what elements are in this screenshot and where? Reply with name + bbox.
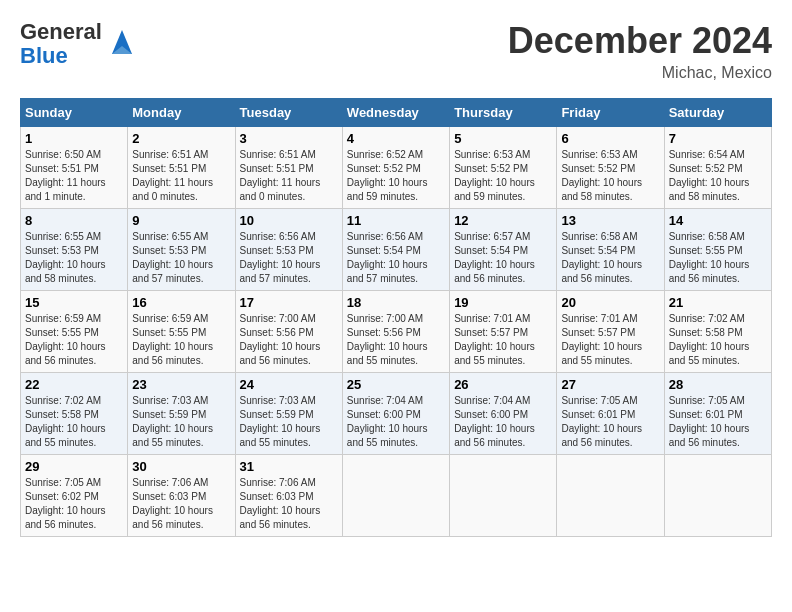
day-number: 2: [132, 131, 230, 146]
day-number: 25: [347, 377, 445, 392]
day-detail: Sunrise: 6:56 AMSunset: 5:53 PMDaylight:…: [240, 231, 321, 284]
calendar-cell: 7Sunrise: 6:54 AMSunset: 5:52 PMDaylight…: [664, 127, 771, 209]
day-detail: Sunrise: 7:04 AMSunset: 6:00 PMDaylight:…: [454, 395, 535, 448]
day-detail: Sunrise: 7:04 AMSunset: 6:00 PMDaylight:…: [347, 395, 428, 448]
calendar-cell: 12Sunrise: 6:57 AMSunset: 5:54 PMDayligh…: [450, 209, 557, 291]
day-number: 18: [347, 295, 445, 310]
day-detail: Sunrise: 7:02 AMSunset: 5:58 PMDaylight:…: [25, 395, 106, 448]
col-tuesday: Tuesday: [235, 99, 342, 127]
day-number: 10: [240, 213, 338, 228]
calendar-cell: 9Sunrise: 6:55 AMSunset: 5:53 PMDaylight…: [128, 209, 235, 291]
day-number: 12: [454, 213, 552, 228]
calendar-cell: 24Sunrise: 7:03 AMSunset: 5:59 PMDayligh…: [235, 373, 342, 455]
calendar-cell: 13Sunrise: 6:58 AMSunset: 5:54 PMDayligh…: [557, 209, 664, 291]
calendar-cell: 14Sunrise: 6:58 AMSunset: 5:55 PMDayligh…: [664, 209, 771, 291]
day-detail: Sunrise: 6:51 AMSunset: 5:51 PMDaylight:…: [132, 149, 213, 202]
calendar-cell: 25Sunrise: 7:04 AMSunset: 6:00 PMDayligh…: [342, 373, 449, 455]
logo-icon: [106, 26, 138, 62]
day-number: 14: [669, 213, 767, 228]
calendar-week-row: 8Sunrise: 6:55 AMSunset: 5:53 PMDaylight…: [21, 209, 772, 291]
day-detail: Sunrise: 6:50 AMSunset: 5:51 PMDaylight:…: [25, 149, 106, 202]
col-thursday: Thursday: [450, 99, 557, 127]
day-number: 31: [240, 459, 338, 474]
calendar-cell: 10Sunrise: 6:56 AMSunset: 5:53 PMDayligh…: [235, 209, 342, 291]
day-number: 7: [669, 131, 767, 146]
calendar-cell: 19Sunrise: 7:01 AMSunset: 5:57 PMDayligh…: [450, 291, 557, 373]
day-number: 9: [132, 213, 230, 228]
day-detail: Sunrise: 6:59 AMSunset: 5:55 PMDaylight:…: [25, 313, 106, 366]
calendar-cell: [450, 455, 557, 537]
calendar-cell: 21Sunrise: 7:02 AMSunset: 5:58 PMDayligh…: [664, 291, 771, 373]
day-detail: Sunrise: 7:01 AMSunset: 5:57 PMDaylight:…: [561, 313, 642, 366]
day-number: 27: [561, 377, 659, 392]
day-detail: Sunrise: 6:52 AMSunset: 5:52 PMDaylight:…: [347, 149, 428, 202]
calendar-cell: 27Sunrise: 7:05 AMSunset: 6:01 PMDayligh…: [557, 373, 664, 455]
logo: General Blue: [20, 20, 138, 68]
day-detail: Sunrise: 6:59 AMSunset: 5:55 PMDaylight:…: [132, 313, 213, 366]
col-sunday: Sunday: [21, 99, 128, 127]
day-number: 1: [25, 131, 123, 146]
calendar-cell: 2Sunrise: 6:51 AMSunset: 5:51 PMDaylight…: [128, 127, 235, 209]
day-number: 6: [561, 131, 659, 146]
month-title: December 2024: [508, 20, 772, 62]
day-detail: Sunrise: 7:03 AMSunset: 5:59 PMDaylight:…: [240, 395, 321, 448]
day-detail: Sunrise: 7:03 AMSunset: 5:59 PMDaylight:…: [132, 395, 213, 448]
col-monday: Monday: [128, 99, 235, 127]
day-detail: Sunrise: 6:53 AMSunset: 5:52 PMDaylight:…: [454, 149, 535, 202]
calendar-cell: 28Sunrise: 7:05 AMSunset: 6:01 PMDayligh…: [664, 373, 771, 455]
col-friday: Friday: [557, 99, 664, 127]
calendar-week-row: 22Sunrise: 7:02 AMSunset: 5:58 PMDayligh…: [21, 373, 772, 455]
calendar-cell: [342, 455, 449, 537]
calendar-cell: 26Sunrise: 7:04 AMSunset: 6:00 PMDayligh…: [450, 373, 557, 455]
day-number: 22: [25, 377, 123, 392]
day-detail: Sunrise: 6:58 AMSunset: 5:55 PMDaylight:…: [669, 231, 750, 284]
day-detail: Sunrise: 6:57 AMSunset: 5:54 PMDaylight:…: [454, 231, 535, 284]
day-detail: Sunrise: 7:06 AMSunset: 6:03 PMDaylight:…: [240, 477, 321, 530]
calendar-cell: 16Sunrise: 6:59 AMSunset: 5:55 PMDayligh…: [128, 291, 235, 373]
day-number: 21: [669, 295, 767, 310]
calendar-cell: 6Sunrise: 6:53 AMSunset: 5:52 PMDaylight…: [557, 127, 664, 209]
calendar-cell: [664, 455, 771, 537]
day-number: 11: [347, 213, 445, 228]
calendar-cell: 30Sunrise: 7:06 AMSunset: 6:03 PMDayligh…: [128, 455, 235, 537]
day-detail: Sunrise: 7:01 AMSunset: 5:57 PMDaylight:…: [454, 313, 535, 366]
calendar-cell: 1Sunrise: 6:50 AMSunset: 5:51 PMDaylight…: [21, 127, 128, 209]
day-number: 20: [561, 295, 659, 310]
calendar-week-row: 1Sunrise: 6:50 AMSunset: 5:51 PMDaylight…: [21, 127, 772, 209]
calendar-cell: 17Sunrise: 7:00 AMSunset: 5:56 PMDayligh…: [235, 291, 342, 373]
day-number: 8: [25, 213, 123, 228]
calendar-cell: 11Sunrise: 6:56 AMSunset: 5:54 PMDayligh…: [342, 209, 449, 291]
day-number: 13: [561, 213, 659, 228]
day-detail: Sunrise: 7:00 AMSunset: 5:56 PMDaylight:…: [240, 313, 321, 366]
location: Michac, Mexico: [508, 64, 772, 82]
col-wednesday: Wednesday: [342, 99, 449, 127]
calendar-cell: 8Sunrise: 6:55 AMSunset: 5:53 PMDaylight…: [21, 209, 128, 291]
day-number: 24: [240, 377, 338, 392]
calendar-cell: 4Sunrise: 6:52 AMSunset: 5:52 PMDaylight…: [342, 127, 449, 209]
day-detail: Sunrise: 6:55 AMSunset: 5:53 PMDaylight:…: [132, 231, 213, 284]
day-number: 5: [454, 131, 552, 146]
logo-blue: Blue: [20, 44, 102, 68]
day-number: 29: [25, 459, 123, 474]
day-number: 4: [347, 131, 445, 146]
day-detail: Sunrise: 6:53 AMSunset: 5:52 PMDaylight:…: [561, 149, 642, 202]
day-detail: Sunrise: 6:55 AMSunset: 5:53 PMDaylight:…: [25, 231, 106, 284]
day-number: 15: [25, 295, 123, 310]
day-detail: Sunrise: 7:06 AMSunset: 6:03 PMDaylight:…: [132, 477, 213, 530]
calendar-body: 1Sunrise: 6:50 AMSunset: 5:51 PMDaylight…: [21, 127, 772, 537]
day-detail: Sunrise: 6:56 AMSunset: 5:54 PMDaylight:…: [347, 231, 428, 284]
calendar-cell: [557, 455, 664, 537]
calendar-cell: 31Sunrise: 7:06 AMSunset: 6:03 PMDayligh…: [235, 455, 342, 537]
page-header: General Blue December 2024 Michac, Mexic…: [20, 20, 772, 82]
calendar-cell: 23Sunrise: 7:03 AMSunset: 5:59 PMDayligh…: [128, 373, 235, 455]
day-number: 3: [240, 131, 338, 146]
calendar-cell: 29Sunrise: 7:05 AMSunset: 6:02 PMDayligh…: [21, 455, 128, 537]
day-number: 23: [132, 377, 230, 392]
calendar-table: Sunday Monday Tuesday Wednesday Thursday…: [20, 98, 772, 537]
calendar-cell: 15Sunrise: 6:59 AMSunset: 5:55 PMDayligh…: [21, 291, 128, 373]
day-number: 17: [240, 295, 338, 310]
day-number: 30: [132, 459, 230, 474]
day-detail: Sunrise: 7:00 AMSunset: 5:56 PMDaylight:…: [347, 313, 428, 366]
day-detail: Sunrise: 6:58 AMSunset: 5:54 PMDaylight:…: [561, 231, 642, 284]
day-number: 16: [132, 295, 230, 310]
